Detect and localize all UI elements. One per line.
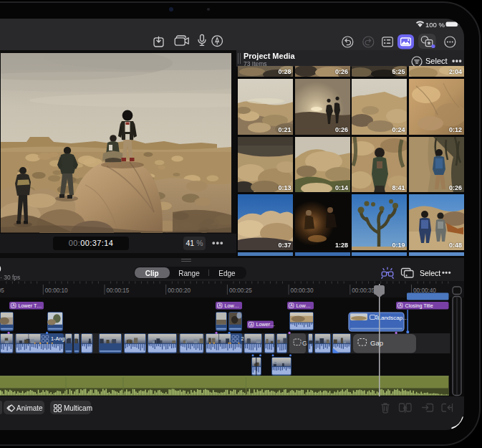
svg-text:00:00:40: 00:00:40 (413, 287, 436, 294)
svg-text:A: A (218, 303, 221, 308)
svg-text:Lower…: Lower… (256, 321, 276, 328)
svg-text:Gap: Gap (370, 339, 383, 347)
svg-text:A: A (290, 303, 293, 308)
svg-text:00:00:15: 00:00:15 (107, 287, 130, 294)
svg-text:G: G (302, 340, 307, 347)
svg-text:00:00:20: 00:00:20 (168, 287, 191, 294)
svg-text:Low…: Low… (225, 302, 239, 309)
svg-text:00:00:25: 00:00:25 (229, 287, 252, 294)
svg-text:00:00:35: 00:00:35 (352, 287, 375, 294)
svg-text:00:00:30: 00:00:30 (291, 287, 314, 294)
svg-text:A: A (399, 303, 402, 308)
svg-text:Lower T…: Lower T… (19, 302, 42, 309)
svg-text:Landscap…: Landscap… (378, 315, 409, 321)
svg-text:A: A (250, 323, 253, 327)
svg-text:Low…: Low… (297, 302, 311, 309)
svg-text:00:00:10: 00:00:10 (45, 287, 68, 294)
svg-text:00:00:05: 00:00:05 (0, 287, 4, 294)
svg-text:A: A (12, 303, 15, 308)
svg-text:Closing Title: Closing Title (405, 302, 433, 309)
